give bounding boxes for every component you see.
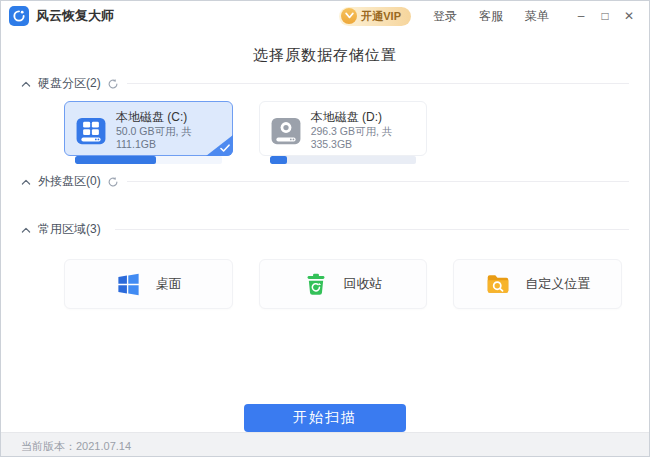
chevron-up-icon[interactable]	[21, 226, 31, 234]
scan-button-row: 开始扫描	[1, 404, 649, 432]
support-link[interactable]: 客服	[479, 8, 503, 25]
chevron-up-icon[interactable]	[21, 178, 31, 186]
window-controls: – □ ✕	[567, 6, 639, 26]
divider	[115, 229, 629, 230]
disk-c-name: 本地磁盘 (C:)	[116, 110, 222, 124]
custom-location-card[interactable]: 自定义位置	[453, 259, 622, 309]
section-common-header: 常用区域(3)	[21, 221, 629, 238]
login-link[interactable]: 登录	[433, 8, 457, 25]
close-button[interactable]: ✕	[619, 6, 639, 26]
maximize-button[interactable]: □	[595, 6, 615, 26]
divider	[127, 181, 629, 182]
disk-card-d-top: 本地磁盘 (D:) 296.3 GB可用, 共335.3GB	[270, 110, 417, 151]
disk-card-d[interactable]: 本地磁盘 (D:) 296.3 GB可用, 共335.3GB	[259, 101, 428, 156]
start-scan-button[interactable]: 开始扫描	[244, 404, 406, 432]
menu-link[interactable]: 菜单	[525, 8, 549, 25]
disk-d-usage-fill	[270, 156, 288, 164]
disk-d-text: 本地磁盘 (D:) 296.3 GB可用, 共335.3GB	[311, 110, 417, 151]
app-logo-icon	[9, 6, 29, 26]
refresh-partitions-button[interactable]	[107, 78, 119, 90]
disk-c-usage-bar	[75, 156, 222, 164]
recycle-bin-label: 回收站	[343, 275, 382, 293]
minimize-button[interactable]: –	[571, 6, 591, 26]
status-bar: 当前版本：2021.07.14	[1, 432, 649, 457]
vip-label: 开通VIP	[361, 9, 401, 24]
disk-card-c-top: 本地磁盘 (C:) 50.0 GB可用, 共111.1GB	[75, 110, 222, 151]
hard-drive-icon	[75, 117, 107, 145]
refresh-icon	[107, 176, 119, 188]
disk-card-c[interactable]: 本地磁盘 (C:) 50.0 GB可用, 共111.1GB	[64, 101, 233, 156]
section-partitions-label: 硬盘分区(2)	[38, 75, 101, 92]
disk-c-usage-fill	[75, 156, 156, 164]
selected-check-icon	[206, 135, 233, 156]
titlebar: 风云恢复大师 开通VIP 登录 客服 菜单 – □ ✕	[1, 1, 649, 31]
common-area-grid: 桌面 回收站 自定义位置	[64, 259, 622, 309]
refresh-external-button[interactable]	[107, 176, 119, 188]
recycle-bin-icon	[303, 271, 329, 297]
app-title: 风云恢复大师	[36, 7, 114, 25]
windows-logo-icon	[115, 271, 142, 298]
disk-card-grid: 本地磁盘 (C:) 50.0 GB可用, 共111.1GB 本地磁盘 (D:)	[64, 101, 622, 156]
vip-crown-icon	[341, 8, 357, 24]
section-partitions-header: 硬盘分区(2)	[21, 75, 629, 92]
disk-d-capacity: 296.3 GB可用, 共335.3GB	[311, 125, 417, 151]
refresh-icon	[107, 78, 119, 90]
app-window: 风云恢复大师 开通VIP 登录 客服 菜单 – □ ✕ 选择原数据存储位置 硬盘…	[0, 0, 650, 457]
recycle-bin-card[interactable]: 回收站	[259, 259, 428, 309]
disk-d-name: 本地磁盘 (D:)	[311, 110, 417, 124]
page-title: 选择原数据存储位置	[1, 45, 649, 65]
disk-d-usage-bar	[270, 156, 417, 164]
hard-drive-icon	[270, 117, 302, 145]
version-text: 当前版本：2021.07.14	[21, 439, 131, 454]
section-external-label: 外接盘区(0)	[38, 173, 101, 190]
custom-location-label: 自定义位置	[525, 275, 590, 293]
desktop-label: 桌面	[156, 275, 182, 293]
section-external-header: 外接盘区(0)	[21, 173, 629, 190]
folder-search-icon	[485, 271, 511, 297]
main-content: 选择原数据存储位置 硬盘分区(2) 本地磁盘 (C:) 50.0 GB可用, 共…	[1, 31, 649, 432]
section-common-label: 常用区域(3)	[38, 221, 101, 238]
divider	[127, 83, 629, 84]
chevron-up-icon[interactable]	[21, 80, 31, 88]
desktop-card[interactable]: 桌面	[64, 259, 233, 309]
open-vip-button[interactable]: 开通VIP	[339, 7, 411, 26]
